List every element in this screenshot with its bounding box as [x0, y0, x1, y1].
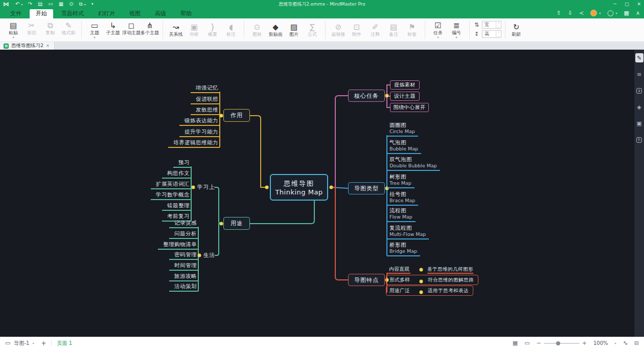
collapse-ribbon-icon[interactable]: ∧	[636, 10, 640, 16]
menu-tab-5[interactable]: 高级	[149, 9, 172, 18]
feature-row[interactable]: 用途广泛适用于思考和表达	[386, 286, 473, 296]
menu-tab-4[interactable]: 视图	[123, 9, 147, 18]
mindmap-canvas[interactable]: 思维导图Thinking Map核心任务导图类型导图特点作用用途提炼素材设计主题…	[0, 50, 634, 337]
多个主题-button[interactable]: ⋔多个主题	[141, 20, 159, 36]
uses-item[interactable]: 问题分析	[169, 230, 198, 239]
uses-item[interactable]: 整理购物清单	[158, 241, 198, 250]
map-type-item[interactable]: 圆圈图Circle Map	[387, 122, 418, 137]
gallery-icon[interactable]: ▦	[59, 0, 63, 8]
剪贴画-button[interactable]: ◆剪贴画	[266, 22, 285, 37]
close-tab-icon[interactable]: ✕	[46, 43, 50, 48]
history-icon[interactable]: ⊙	[69, 0, 73, 8]
关系线-button[interactable]: ↝关系线	[167, 22, 185, 37]
map-type-item[interactable]: 双气泡图Double Bubble Map	[387, 156, 440, 171]
window-icon-caret[interactable]: ▾	[84, 3, 86, 6]
shapes-icon[interactable]: ◈	[635, 102, 643, 112]
purpose-item[interactable]: 提升学习能力	[179, 128, 220, 137]
grid-icon[interactable]: ▦	[624, 10, 629, 16]
子主题-button[interactable]: ↳子主题	[104, 20, 122, 36]
collapse-bar-icon[interactable]: ⊟	[634, 340, 639, 346]
任务-button[interactable]: ☑任务▾	[429, 20, 447, 39]
subtopic-box[interactable]: 设计主题	[390, 92, 420, 101]
zoom-level[interactable]: 100%	[593, 340, 608, 346]
feature-row[interactable]: 内容直观基于思维的几何图形	[389, 266, 473, 274]
branch-topic-map-types[interactable]: 导图类型	[348, 182, 385, 194]
menu-tab-3[interactable]: 幻灯片	[92, 9, 121, 18]
page-selector-caret[interactable]: ▾	[32, 341, 34, 345]
new-document-icon[interactable]: ▭	[48, 0, 53, 8]
maximize-button[interactable]: ▢	[625, 0, 629, 8]
map-type-item[interactable]: 括号图Brace Map	[387, 191, 418, 206]
dropdown-caret-icon[interactable]: ▾	[12, 36, 14, 39]
zoom-slider-knob[interactable]	[556, 341, 560, 345]
浮动主题-button[interactable]: ◻浮动主题	[122, 20, 141, 36]
map-type-item[interactable]: 流程图Flow Map	[387, 207, 416, 222]
粘贴-button[interactable]: ▤粘贴▾	[4, 20, 22, 39]
redo-icon[interactable]: ↷	[28, 0, 32, 8]
download-icon[interactable]: ⇩	[568, 10, 572, 16]
menu-tab-2[interactable]: 页面样式	[55, 9, 90, 18]
adjust-settings-icon[interactable]: ≡	[635, 70, 643, 79]
font-icon[interactable]: a	[635, 86, 643, 95]
uses-item[interactable]: 扩展英语词汇	[151, 181, 191, 189]
主题-button[interactable]: ▭主题▾	[85, 20, 104, 39]
close-button[interactable]: ✕	[637, 0, 641, 8]
zoom-in-icon[interactable]: +	[582, 340, 587, 346]
spacing-input-0[interactable]: 宽⌃⌄	[482, 21, 501, 29]
user-avatar[interactable]	[590, 10, 597, 16]
purpose-item[interactable]: 培养逻辑思维能力	[168, 139, 220, 148]
branch-topic-uses[interactable]: 用途	[223, 217, 250, 230]
uses-item[interactable]: 旅游攻略	[169, 273, 198, 281]
uses-item[interactable]: 预习	[173, 159, 191, 168]
uses-group-label[interactable]: 学习上	[197, 184, 215, 191]
subtopic-box[interactable]: 提炼素材	[390, 80, 420, 90]
uses-item[interactable]: 错题整理	[162, 202, 191, 211]
share-icon[interactable]: ≺	[579, 10, 584, 16]
zoom-level-caret[interactable]: ▾	[615, 341, 616, 345]
purpose-item[interactable]: 发散思维	[191, 106, 220, 115]
undo-icon-caret[interactable]: ▾	[21, 3, 22, 6]
spinner-steppers[interactable]: ⌃⌄	[496, 31, 501, 37]
uses-item[interactable]: 时间管理	[169, 262, 198, 271]
minimize-button[interactable]: ─	[614, 0, 616, 8]
minimap-icon[interactable]: ▦	[513, 340, 518, 346]
feature-row[interactable]: 形式多样符合思维的图解思路	[386, 275, 478, 285]
刷新-button[interactable]: ↻刷新	[507, 22, 525, 37]
purpose-item[interactable]: 锻炼表达能力	[179, 117, 220, 126]
presentation-icon[interactable]: ▭	[524, 340, 530, 346]
menu-tab-6[interactable]: 帮助	[174, 9, 198, 18]
window-icon[interactable]: ⧉	[79, 0, 83, 8]
central-topic[interactable]: 思维导图Thinking Map	[270, 174, 328, 201]
uses-item[interactable]: 学习数学概念	[151, 191, 191, 200]
uses-item[interactable]: 密码管理	[169, 251, 198, 260]
spin-down-icon[interactable]: ⌄	[497, 34, 499, 37]
map-type-item[interactable]: 气泡图Bubble Map	[387, 139, 421, 154]
zoom-out-icon[interactable]: −	[537, 340, 541, 346]
more-icon[interactable]: •	[91, 0, 94, 8]
export-window-icon[interactable]: ▣	[635, 119, 643, 128]
document-tab[interactable]: ▤ 思维导图练习2 ✕	[0, 42, 55, 50]
branch-topic-map-features[interactable]: 导图特点	[348, 274, 385, 286]
branch-topic-core-task[interactable]: 核心任务	[348, 90, 385, 102]
active-sheet-tab[interactable]: 页面 1	[57, 340, 72, 347]
dropdown-caret-icon[interactable]: ▾	[455, 36, 457, 39]
图片-button[interactable]: ▨图片	[285, 22, 303, 37]
uses-item[interactable]: 记录灵感	[169, 220, 198, 228]
uses-group-label[interactable]: 生活	[203, 252, 215, 259]
zoom-slider-track[interactable]	[544, 343, 580, 344]
menu-tab-1[interactable]: 开始	[30, 9, 53, 18]
spacing-input-1[interactable]: 高⌃⌄	[482, 30, 501, 38]
branch-topic-purpose[interactable]: 作用	[223, 109, 250, 122]
save-icon[interactable]: ▤	[38, 0, 42, 8]
theme-icon-caret[interactable]: ▾	[616, 11, 617, 15]
undo-icon[interactable]: ↶	[15, 0, 19, 8]
map-type-item[interactable]: 桥形图Bridge Map	[387, 242, 420, 256]
style-format-icon[interactable]: ✎	[635, 53, 643, 62]
subtopic-box[interactable]: 围绕中心展开	[390, 103, 429, 112]
import-icon[interactable]: ⇧	[557, 10, 561, 16]
spinner-steppers[interactable]: ⌃⌄	[496, 22, 501, 28]
handout-icon[interactable]: h	[635, 135, 643, 144]
编号-button[interactable]: ≣编号▾	[447, 20, 466, 39]
menu-tab-0[interactable]: 文件	[4, 9, 28, 18]
map-type-item[interactable]: 树形图Tree Map	[387, 173, 415, 188]
